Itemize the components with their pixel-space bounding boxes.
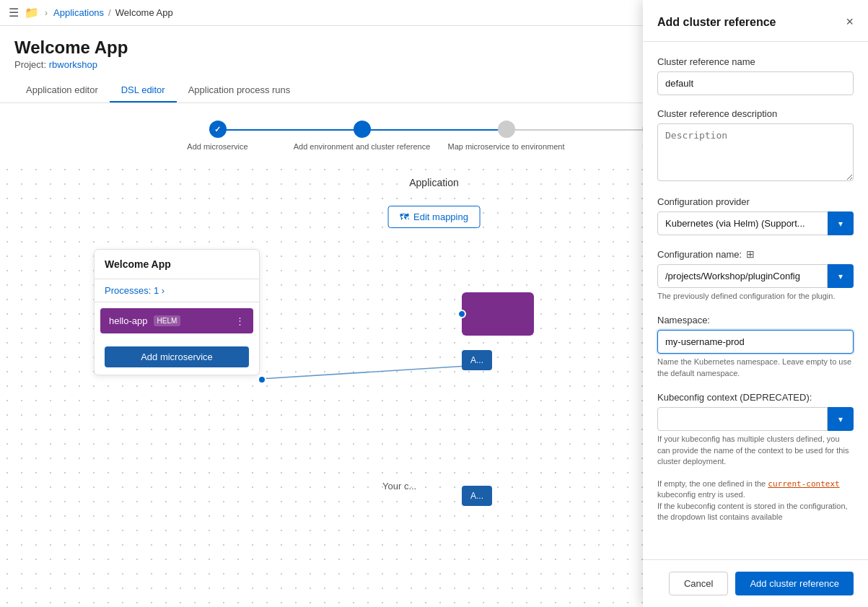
- cluster-action-button[interactable]: A...: [462, 350, 492, 370]
- panel-header: Add cluster reference ×: [643, 0, 868, 42]
- right-panel: Add cluster reference × Cluster referenc…: [643, 0, 868, 607]
- cluster-ref-name-input[interactable]: [657, 71, 854, 95]
- breadcrumb-current: Welcome App: [115, 7, 173, 18]
- breadcrumb-separator: /: [108, 7, 111, 18]
- breadcrumb: Applications / Welcome App: [53, 7, 173, 18]
- panel-close-button[interactable]: ×: [846, 14, 854, 30]
- config-provider-label: Configuration provider: [657, 196, 854, 207]
- step-1: ✓ Add microservice: [146, 121, 290, 151]
- helm-badge: HELM: [154, 315, 181, 326]
- step-2: Add environment and cluster reference: [290, 121, 434, 151]
- step-1-circle: ✓: [209, 121, 227, 138]
- kubeconfig-dropdown-button[interactable]: ▾: [828, 407, 854, 431]
- app-card-name: Welcome App: [95, 250, 259, 279]
- tab-dsl-editor[interactable]: DSL editor: [110, 79, 177, 102]
- tab-application-editor[interactable]: Application editor: [14, 79, 110, 102]
- cluster-ref-desc-input[interactable]: [657, 123, 854, 181]
- step-2-label: Add environment and cluster reference: [294, 142, 431, 151]
- cluster-ref-desc-label: Cluster reference description: [657, 108, 854, 119]
- kubeconfig-hint: If your kubeconfig has multiple clusters…: [657, 434, 854, 523]
- add-environment-button[interactable]: A...: [462, 486, 492, 506]
- app-card-footer: Add microservice: [95, 339, 259, 375]
- step-3-label: Map microservice to environment: [447, 142, 564, 151]
- namespace-label: Namespace:: [657, 315, 854, 326]
- cluster-ref-name-group: Cluster reference name: [657, 56, 854, 95]
- config-name-group: Configuration name: ⊞ ▾ The previously d…: [657, 248, 854, 302]
- app-card-processes[interactable]: Processes: 1 ›: [95, 279, 259, 302]
- step-3-circle: [498, 121, 515, 138]
- step-3: Map microservice to environment: [434, 121, 579, 151]
- namespace-input[interactable]: [657, 330, 854, 354]
- config-name-hint: The previously defined configuration for…: [657, 291, 854, 302]
- folder-icon[interactable]: 📁: [25, 6, 39, 19]
- ms-icon-group: hello-app HELM: [109, 315, 180, 326]
- ms-menu-icon[interactable]: ⋮: [235, 315, 245, 326]
- config-name-input[interactable]: [657, 264, 828, 288]
- cluster-node: [462, 292, 534, 336]
- chevron-right-icon: ›: [45, 8, 48, 18]
- edit-mapping-button[interactable]: 🗺 Edit mapping: [387, 206, 481, 228]
- kubeconfig-label: Kubeconfig context (DEPRECATED):: [657, 392, 854, 403]
- panel-body: Cluster reference name Cluster reference…: [643, 42, 868, 559]
- tab-process-runs[interactable]: Application process runs: [177, 79, 302, 102]
- namespace-hint: Name the Kubernetes namespace. Leave emp…: [657, 357, 854, 379]
- breadcrumb-applications[interactable]: Applications: [53, 7, 104, 18]
- config-name-dropdown-button[interactable]: ▾: [828, 264, 854, 288]
- kubeconfig-input[interactable]: [657, 407, 828, 431]
- svg-line-0: [260, 364, 491, 379]
- connection-dot-left: [258, 375, 266, 384]
- hamburger-icon[interactable]: ☰: [9, 6, 19, 19]
- kubeconfig-group: Kubeconfig context (DEPRECATED): ▾ If yo…: [657, 392, 854, 523]
- step-1-label: Add microservice: [187, 142, 247, 151]
- project-link[interactable]: rbworkshop: [49, 59, 97, 70]
- cluster-ref-desc-group: Cluster reference description: [657, 108, 854, 183]
- panel-footer: Cancel Add cluster reference: [643, 559, 868, 607]
- current-context-link[interactable]: current-context: [768, 479, 839, 489]
- your-cluster-text: Your c...: [382, 481, 416, 492]
- kubeconfig-wrapper: ▾: [657, 407, 854, 431]
- add-microservice-button[interactable]: Add microservice: [105, 346, 249, 367]
- config-name-label: Configuration name:: [657, 249, 742, 260]
- canvas-app-label: Application: [409, 177, 459, 188]
- add-cluster-reference-button[interactable]: Add cluster reference: [735, 572, 854, 595]
- config-name-icon: ⊞: [746, 248, 755, 260]
- map-icon: 🗺: [400, 211, 409, 222]
- namespace-group: Namespace: Name the Kubernetes namespace…: [657, 315, 854, 379]
- connection-dot-cluster: [457, 310, 466, 318]
- step-2-circle: [354, 121, 371, 138]
- config-name-wrapper: ▾: [657, 264, 854, 288]
- panel-title: Add cluster reference: [657, 16, 776, 29]
- cancel-button[interactable]: Cancel: [669, 572, 728, 595]
- config-provider-group: Configuration provider Kubernetes (via H…: [657, 196, 854, 235]
- ms-name: hello-app: [109, 315, 148, 326]
- app-card: Welcome App Processes: 1 › hello-app HEL…: [94, 249, 260, 375]
- config-provider-select[interactable]: Kubernetes (via Helm) (Support...: [657, 211, 854, 235]
- microservice-row: hello-app HELM ⋮: [100, 308, 253, 333]
- stepper: ✓ Add microservice Add environment and c…: [146, 121, 723, 151]
- config-provider-select-wrapper: Kubernetes (via Helm) (Support... ▾: [657, 211, 854, 235]
- config-name-row: Configuration name: ⊞: [657, 248, 854, 260]
- cluster-ref-name-label: Cluster reference name: [657, 56, 854, 67]
